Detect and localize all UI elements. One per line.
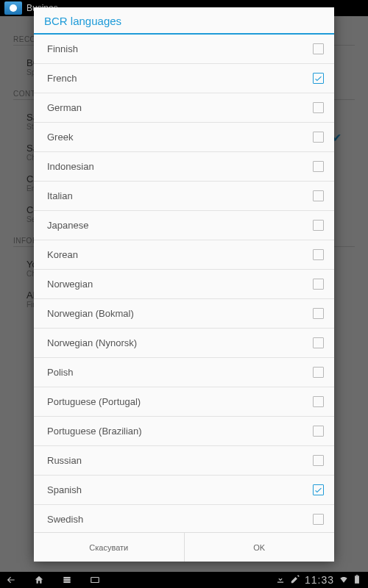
- checkbox[interactable]: [313, 132, 324, 143]
- checkbox[interactable]: [313, 426, 324, 437]
- checkbox[interactable]: [313, 249, 324, 260]
- language-label: Korean: [47, 249, 78, 260]
- language-row[interactable]: Swedish: [34, 505, 334, 532]
- language-label: Norwegian (Nynorsk): [47, 337, 137, 348]
- language-row[interactable]: French: [34, 64, 334, 93]
- svg-rect-2: [63, 579, 70, 581]
- language-row[interactable]: Italian: [34, 182, 334, 211]
- language-row[interactable]: Russian: [34, 446, 334, 476]
- svg-rect-1: [63, 577, 70, 578]
- screenshot-button[interactable]: [90, 575, 100, 585]
- navigation-bar: 11:33: [0, 572, 368, 588]
- back-icon: [6, 575, 16, 585]
- home-button[interactable]: [34, 575, 44, 585]
- language-row[interactable]: Finnish: [34, 35, 334, 64]
- language-label: Spanish: [47, 484, 82, 495]
- language-label: French: [47, 73, 77, 84]
- svg-rect-4: [91, 578, 99, 583]
- language-row[interactable]: German: [34, 93, 334, 123]
- dialog-title: BCR languages: [34, 7, 334, 33]
- language-label: Russian: [47, 455, 82, 466]
- language-row[interactable]: Portuguese (Portugal): [34, 387, 334, 417]
- svg-rect-5: [355, 576, 359, 584]
- languages-list[interactable]: FinnishFrenchGermanGreekIndonesianItalia…: [34, 35, 334, 532]
- language-row[interactable]: Korean: [34, 240, 334, 270]
- checkbox[interactable]: [313, 367, 324, 378]
- checkbox[interactable]: [313, 220, 324, 231]
- screenshot-icon: [90, 575, 100, 585]
- language-row[interactable]: Norwegian (Nynorsk): [34, 329, 334, 358]
- language-row[interactable]: Spanish: [34, 476, 334, 505]
- back-button[interactable]: [6, 575, 16, 585]
- languages-dialog: BCR languages FinnishFrenchGermanGreekIn…: [34, 7, 334, 562]
- language-label: Swedish: [47, 514, 83, 525]
- language-label: Finnish: [47, 43, 78, 54]
- wifi-icon: [339, 574, 349, 587]
- battery-icon: [352, 574, 362, 587]
- ok-button[interactable]: OK: [185, 533, 335, 562]
- language-row[interactable]: Greek: [34, 123, 334, 152]
- checkbox[interactable]: [313, 514, 324, 525]
- clock-time: 11:33: [305, 574, 334, 586]
- language-label: Norwegian: [47, 279, 93, 290]
- recent-apps-button[interactable]: [62, 575, 72, 585]
- svg-point-0: [10, 4, 17, 12]
- language-row[interactable]: Polish: [34, 358, 334, 387]
- svg-rect-3: [63, 581, 70, 583]
- language-row[interactable]: Portuguese (Brazilian): [34, 417, 334, 446]
- cancel-button[interactable]: Скасувати: [34, 533, 185, 562]
- checkbox[interactable]: [313, 455, 324, 466]
- edit-icon: [290, 574, 300, 587]
- language-label: Greek: [47, 132, 73, 143]
- checkbox[interactable]: [313, 337, 324, 348]
- language-row[interactable]: Norwegian (Bokmal): [34, 299, 334, 329]
- check-icon: [314, 74, 323, 83]
- checkbox[interactable]: [313, 102, 324, 113]
- language-row[interactable]: Indonesian: [34, 152, 334, 182]
- language-label: German: [47, 102, 82, 113]
- checkbox[interactable]: [313, 308, 324, 319]
- language-label: Portuguese (Portugal): [47, 396, 141, 407]
- language-label: Norwegian (Bokmal): [47, 308, 134, 319]
- download-icon: [275, 574, 286, 587]
- checkbox[interactable]: [313, 279, 324, 290]
- app-icon: [4, 1, 22, 15]
- language-label: Italian: [47, 190, 73, 201]
- check-icon: [314, 485, 323, 495]
- language-row[interactable]: Norwegian: [34, 270, 334, 299]
- language-label: Portuguese (Brazilian): [47, 426, 142, 437]
- language-label: Japanese: [47, 220, 88, 231]
- checkbox[interactable]: [313, 43, 324, 54]
- checkbox[interactable]: [313, 73, 324, 84]
- svg-rect-6: [356, 575, 358, 576]
- checkbox[interactable]: [313, 190, 324, 201]
- dialog-button-bar: Скасувати OK: [34, 532, 334, 562]
- recent-icon: [62, 575, 72, 585]
- language-label: Indonesian: [47, 161, 94, 172]
- language-label: Polish: [47, 367, 73, 378]
- home-icon: [34, 575, 44, 585]
- language-row[interactable]: Japanese: [34, 211, 334, 240]
- checkbox[interactable]: [313, 396, 324, 407]
- checkbox[interactable]: [313, 484, 324, 495]
- checkbox[interactable]: [313, 161, 324, 172]
